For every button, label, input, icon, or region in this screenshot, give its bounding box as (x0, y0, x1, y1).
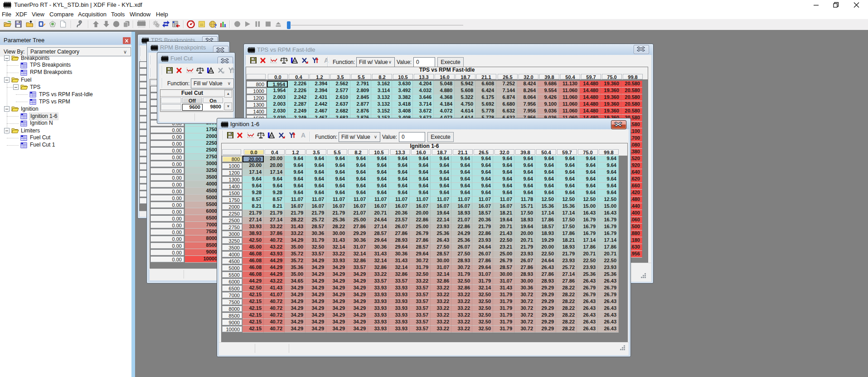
svg-text:?: ? (214, 22, 217, 28)
